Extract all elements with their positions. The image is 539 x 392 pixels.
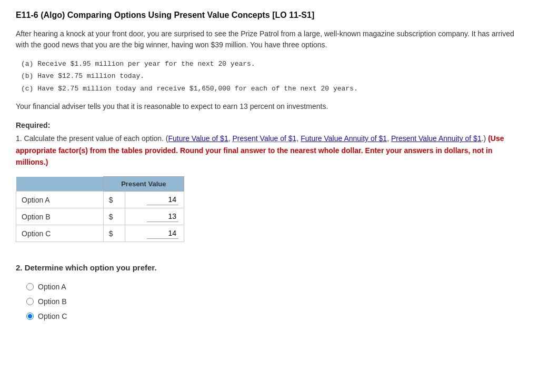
- link-pv-annuity[interactable]: Present Value Annuity of $1: [391, 134, 482, 143]
- currency-a: $: [103, 192, 125, 208]
- section-2-title: 2. Determine which option you prefer.: [16, 263, 523, 272]
- radio-input-b[interactable]: [26, 298, 34, 305]
- row-label-c: Option C: [16, 225, 104, 242]
- value-cell-b[interactable]: [125, 208, 184, 225]
- table-row: Option A $: [16, 192, 184, 208]
- currency-b: $: [103, 208, 125, 225]
- input-option-b[interactable]: [147, 211, 178, 222]
- radio-label-c: Option C: [38, 312, 67, 320]
- radio-option-b[interactable]: Option B: [26, 297, 523, 306]
- link-fv-annuity[interactable]: Future Value Annuity of $1: [301, 134, 387, 143]
- options-list: (a) Receive $1.95 million per year for t…: [21, 58, 523, 95]
- adviser-text: Your financial adviser tells you that it…: [16, 102, 523, 110]
- radio-input-c[interactable]: [26, 313, 34, 320]
- option-a-text: (a) Receive $1.95 million per year for t…: [21, 58, 523, 70]
- table-header-pv: Present Value: [103, 177, 184, 192]
- value-cell-a[interactable]: [125, 192, 184, 208]
- row-label-a: Option A: [16, 192, 104, 208]
- radio-group: Option A Option B Option C: [26, 283, 523, 320]
- section-2: 2. Determine which option you prefer. Op…: [16, 263, 523, 320]
- input-option-c[interactable]: [147, 228, 178, 239]
- present-value-table: Present Value Option A $ Option B $ Opti…: [16, 176, 184, 242]
- radio-input-a[interactable]: [26, 283, 34, 290]
- link-present-value[interactable]: Present Value of $1: [232, 134, 296, 143]
- page-title: E11-6 (Algo) Comparing Options Using Pre…: [16, 11, 523, 20]
- radio-label-a: Option A: [38, 283, 66, 291]
- value-cell-c[interactable]: [125, 225, 184, 242]
- q1-suffix: .): [482, 134, 488, 143]
- option-c-text: (c) Have $2.75 million today and receive…: [21, 83, 523, 95]
- link-future-value[interactable]: Future Value of $1: [168, 134, 228, 143]
- present-value-table-container: Present Value Option A $ Option B $ Opti…: [16, 176, 523, 242]
- q1-sep2: ,: [296, 134, 301, 143]
- radio-option-a[interactable]: Option A: [26, 283, 523, 291]
- required-label: Required:: [16, 121, 523, 129]
- radio-option-c[interactable]: Option C: [26, 312, 523, 320]
- option-b-text: (b) Have $12.75 million today.: [21, 70, 523, 82]
- table-row: Option C $: [16, 225, 184, 242]
- q1-sep3: ,: [387, 134, 391, 143]
- q1-prefix: 1. Calculate the present value of each o…: [16, 134, 168, 143]
- radio-label-b: Option B: [38, 297, 66, 306]
- input-option-a[interactable]: [147, 194, 178, 205]
- required-section: Required: 1. Calculate the present value…: [16, 121, 523, 168]
- currency-c: $: [103, 225, 125, 242]
- table-row: Option B $: [16, 208, 184, 225]
- question-1-text: 1. Calculate the present value of each o…: [16, 133, 523, 168]
- row-label-b: Option B: [16, 208, 104, 225]
- intro-paragraph: After hearing a knock at your front door…: [16, 28, 523, 51]
- table-header-empty: [16, 177, 104, 192]
